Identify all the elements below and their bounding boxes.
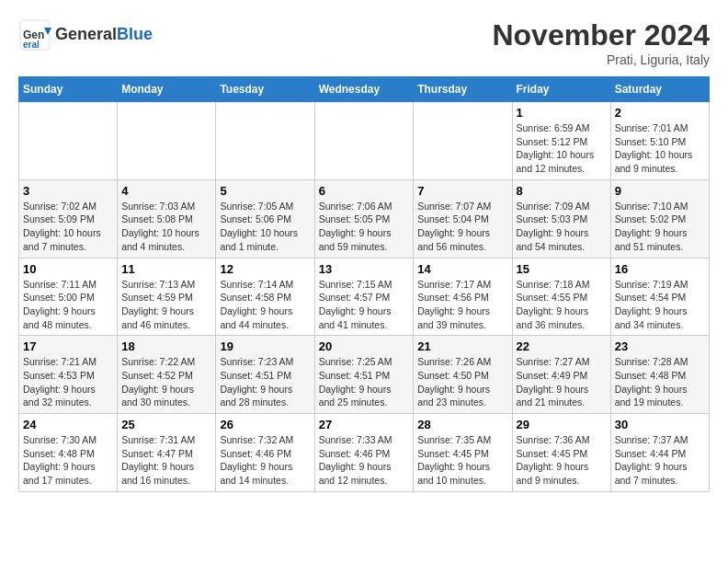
calendar-cell: 26Sunrise: 7:32 AM Sunset: 4:46 PM Dayli… — [216, 414, 314, 492]
calendar-cell: 24Sunrise: 7:30 AM Sunset: 4:48 PM Dayli… — [19, 414, 118, 492]
calendar-cell — [414, 102, 512, 180]
day-info: Sunrise: 7:36 AM Sunset: 4:45 PM Dayligh… — [517, 433, 607, 488]
calendar-cell: 14Sunrise: 7:17 AM Sunset: 4:56 PM Dayli… — [414, 258, 512, 336]
day-number: 8 — [517, 184, 607, 198]
calendar-cell: 27Sunrise: 7:33 AM Sunset: 4:46 PM Dayli… — [314, 414, 414, 492]
day-number: 23 — [615, 339, 705, 353]
day-info: Sunrise: 7:18 AM Sunset: 4:55 PM Dayligh… — [517, 278, 607, 332]
calendar-cell: 23Sunrise: 7:28 AM Sunset: 4:48 PM Dayli… — [610, 336, 709, 414]
day-info: Sunrise: 7:28 AM Sunset: 4:48 PM Dayligh… — [615, 355, 705, 409]
calendar-cell: 19Sunrise: 7:23 AM Sunset: 4:51 PM Dayli… — [216, 336, 314, 414]
weekday-header-thursday: Thursday — [414, 77, 512, 102]
calendar-cell: 17Sunrise: 7:21 AM Sunset: 4:53 PM Dayli… — [19, 336, 118, 414]
day-number: 5 — [220, 184, 310, 198]
calendar-cell: 16Sunrise: 7:19 AM Sunset: 4:54 PM Dayli… — [610, 258, 709, 336]
day-info: Sunrise: 7:30 AM Sunset: 4:48 PM Dayligh… — [23, 433, 113, 488]
weekday-header-wednesday: Wednesday — [314, 77, 414, 102]
day-number: 19 — [220, 339, 310, 353]
day-number: 21 — [417, 339, 507, 353]
calendar-cell: 28Sunrise: 7:35 AM Sunset: 4:45 PM Dayli… — [414, 414, 512, 492]
day-info: Sunrise: 7:05 AM Sunset: 5:06 PM Dayligh… — [220, 200, 310, 254]
day-number: 9 — [615, 184, 705, 198]
day-info: Sunrise: 7:33 AM Sunset: 4:46 PM Dayligh… — [319, 433, 410, 488]
day-info: Sunrise: 7:22 AM Sunset: 4:52 PM Dayligh… — [121, 355, 211, 409]
day-info: Sunrise: 7:07 AM Sunset: 5:04 PM Dayligh… — [417, 200, 507, 254]
calendar-week-row: 1Sunrise: 6:59 AM Sunset: 5:12 PM Daylig… — [19, 102, 710, 180]
day-number: 7 — [417, 184, 507, 198]
calendar-table: SundayMondayTuesdayWednesdayThursdayFrid… — [18, 76, 710, 492]
calendar-cell — [19, 102, 118, 180]
month-title: November 2024 — [492, 18, 710, 52]
day-info: Sunrise: 7:09 AM Sunset: 5:03 PM Dayligh… — [517, 200, 607, 254]
day-number: 26 — [220, 418, 310, 431]
day-info: Sunrise: 7:11 AM Sunset: 5:00 PM Dayligh… — [23, 278, 113, 332]
day-number: 29 — [517, 418, 607, 431]
day-info: Sunrise: 7:13 AM Sunset: 4:59 PM Dayligh… — [121, 278, 211, 332]
weekday-header-row: SundayMondayTuesdayWednesdayThursdayFrid… — [19, 77, 710, 102]
day-number: 17 — [23, 339, 113, 353]
page-header: Gen eral GeneralBlue November 2024 Prati… — [18, 18, 710, 67]
weekday-header-monday: Monday — [118, 77, 216, 102]
calendar-cell — [118, 102, 216, 180]
day-number: 3 — [23, 184, 113, 198]
calendar-cell: 8Sunrise: 7:09 AM Sunset: 5:03 PM Daylig… — [512, 179, 610, 258]
calendar-cell: 18Sunrise: 7:22 AM Sunset: 4:52 PM Dayli… — [118, 336, 216, 414]
calendar-cell: 9Sunrise: 7:10 AM Sunset: 5:02 PM Daylig… — [610, 179, 709, 258]
calendar-cell: 11Sunrise: 7:13 AM Sunset: 4:59 PM Dayli… — [118, 258, 216, 336]
calendar-week-row: 24Sunrise: 7:30 AM Sunset: 4:48 PM Dayli… — [19, 414, 710, 492]
day-info: Sunrise: 7:15 AM Sunset: 4:57 PM Dayligh… — [319, 278, 410, 332]
day-info: Sunrise: 7:26 AM Sunset: 4:50 PM Dayligh… — [417, 355, 507, 409]
calendar-cell — [216, 102, 314, 180]
day-info: Sunrise: 7:01 AM Sunset: 5:10 PM Dayligh… — [615, 121, 705, 176]
calendar-week-row: 10Sunrise: 7:11 AM Sunset: 5:00 PM Dayli… — [19, 258, 710, 336]
calendar-cell: 22Sunrise: 7:27 AM Sunset: 4:49 PM Dayli… — [512, 336, 610, 414]
day-number: 15 — [517, 262, 607, 276]
calendar-cell: 7Sunrise: 7:07 AM Sunset: 5:04 PM Daylig… — [414, 179, 512, 258]
day-number: 4 — [121, 184, 211, 198]
calendar-cell: 25Sunrise: 7:31 AM Sunset: 4:47 PM Dayli… — [118, 414, 216, 492]
day-number: 22 — [517, 339, 607, 353]
day-number: 25 — [121, 418, 211, 431]
day-number: 2 — [615, 106, 705, 120]
calendar-cell: 3Sunrise: 7:02 AM Sunset: 5:09 PM Daylig… — [19, 179, 118, 258]
day-number: 28 — [417, 418, 507, 431]
day-info: Sunrise: 7:27 AM Sunset: 4:49 PM Dayligh… — [517, 355, 607, 409]
subtitle: Prati, Liguria, Italy — [492, 52, 710, 67]
day-number: 13 — [319, 262, 410, 276]
title-block: November 2024 Prati, Liguria, Italy — [492, 18, 710, 67]
day-info: Sunrise: 7:10 AM Sunset: 5:02 PM Dayligh… — [615, 200, 705, 254]
day-info: Sunrise: 7:35 AM Sunset: 4:45 PM Dayligh… — [417, 433, 507, 488]
calendar-cell: 5Sunrise: 7:05 AM Sunset: 5:06 PM Daylig… — [216, 179, 314, 258]
calendar-cell: 30Sunrise: 7:37 AM Sunset: 4:44 PM Dayli… — [610, 414, 709, 492]
day-number: 1 — [517, 106, 607, 120]
day-info: Sunrise: 7:37 AM Sunset: 4:44 PM Dayligh… — [615, 433, 705, 488]
day-info: Sunrise: 7:14 AM Sunset: 4:58 PM Dayligh… — [220, 278, 310, 332]
logo-text-general: GeneralBlue — [55, 26, 153, 44]
day-number: 14 — [417, 262, 507, 276]
logo: Gen eral GeneralBlue — [18, 18, 153, 52]
day-number: 18 — [121, 339, 211, 353]
day-info: Sunrise: 7:23 AM Sunset: 4:51 PM Dayligh… — [220, 355, 310, 409]
calendar-cell: 13Sunrise: 7:15 AM Sunset: 4:57 PM Dayli… — [314, 258, 414, 336]
day-info: Sunrise: 7:25 AM Sunset: 4:51 PM Dayligh… — [319, 355, 410, 409]
day-info: Sunrise: 7:03 AM Sunset: 5:08 PM Dayligh… — [121, 200, 211, 254]
day-number: 16 — [615, 262, 705, 276]
calendar-week-row: 17Sunrise: 7:21 AM Sunset: 4:53 PM Dayli… — [19, 336, 710, 414]
weekday-header-saturday: Saturday — [610, 77, 709, 102]
weekday-header-friday: Friday — [512, 77, 610, 102]
day-info: Sunrise: 7:02 AM Sunset: 5:09 PM Dayligh… — [23, 200, 113, 254]
day-info: Sunrise: 7:21 AM Sunset: 4:53 PM Dayligh… — [23, 355, 113, 409]
calendar-cell: 1Sunrise: 6:59 AM Sunset: 5:12 PM Daylig… — [512, 102, 610, 180]
calendar-cell: 29Sunrise: 7:36 AM Sunset: 4:45 PM Dayli… — [512, 414, 610, 492]
logo-icon: Gen eral — [18, 18, 51, 52]
day-info: Sunrise: 7:06 AM Sunset: 5:05 PM Dayligh… — [319, 200, 410, 254]
day-number: 24 — [23, 418, 113, 431]
weekday-header-tuesday: Tuesday — [216, 77, 314, 102]
day-number: 20 — [319, 339, 410, 353]
day-info: Sunrise: 7:31 AM Sunset: 4:47 PM Dayligh… — [121, 433, 211, 488]
day-number: 27 — [319, 418, 410, 431]
calendar-cell: 20Sunrise: 7:25 AM Sunset: 4:51 PM Dayli… — [314, 336, 414, 414]
calendar-cell: 10Sunrise: 7:11 AM Sunset: 5:00 PM Dayli… — [19, 258, 118, 336]
day-info: Sunrise: 7:19 AM Sunset: 4:54 PM Dayligh… — [615, 278, 705, 332]
calendar-cell: 4Sunrise: 7:03 AM Sunset: 5:08 PM Daylig… — [118, 179, 216, 258]
